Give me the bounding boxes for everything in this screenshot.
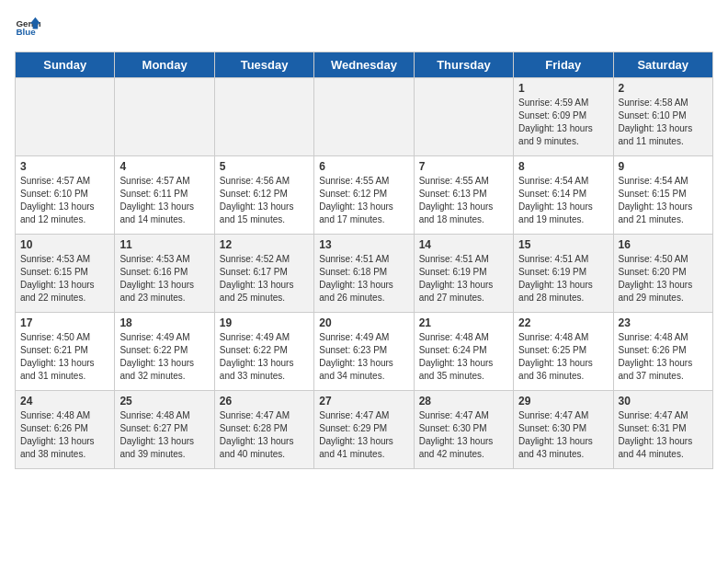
generalblue-icon: General Blue: [15, 15, 40, 40]
day-info: Sunrise: 4:57 AM Sunset: 6:10 PM Dayligh…: [20, 175, 109, 226]
day-cell: 9Sunrise: 4:54 AM Sunset: 6:15 PM Daylig…: [613, 156, 712, 235]
day-number: 25: [119, 395, 209, 408]
day-info: Sunrise: 4:50 AM Sunset: 6:21 PM Dayligh…: [20, 331, 109, 383]
day-info: Sunrise: 4:48 AM Sunset: 6:27 PM Dayligh…: [119, 409, 209, 461]
day-info: Sunrise: 4:47 AM Sunset: 6:30 PM Dayligh…: [419, 409, 508, 461]
col-thursday: Thursday: [414, 52, 513, 78]
day-number: 9: [619, 160, 708, 173]
day-number: 27: [319, 395, 408, 408]
day-cell: [314, 78, 414, 156]
day-number: 11: [119, 238, 209, 251]
day-cell: 8Sunrise: 4:54 AM Sunset: 6:14 PM Daylig…: [514, 156, 613, 235]
day-number: 23: [619, 316, 708, 329]
calendar-table: Sunday Monday Tuesday Wednesday Thursday…: [15, 52, 713, 469]
day-cell: 28Sunrise: 4:47 AM Sunset: 6:30 PM Dayli…: [414, 391, 513, 469]
day-number: 6: [319, 160, 408, 173]
day-info: Sunrise: 4:47 AM Sunset: 6:28 PM Dayligh…: [220, 409, 309, 461]
day-cell: 11Sunrise: 4:53 AM Sunset: 6:16 PM Dayli…: [115, 235, 214, 313]
day-info: Sunrise: 4:47 AM Sunset: 6:29 PM Dayligh…: [319, 409, 408, 461]
col-tuesday: Tuesday: [214, 52, 313, 78]
week-row-2: 3Sunrise: 4:57 AM Sunset: 6:10 PM Daylig…: [16, 156, 713, 235]
day-number: 8: [518, 160, 608, 173]
day-info: Sunrise: 4:50 AM Sunset: 6:20 PM Dayligh…: [619, 253, 708, 304]
col-sunday: Sunday: [16, 52, 115, 78]
day-cell: [16, 78, 115, 156]
day-cell: 30Sunrise: 4:47 AM Sunset: 6:31 PM Dayli…: [613, 391, 712, 469]
day-info: Sunrise: 4:49 AM Sunset: 6:22 PM Dayligh…: [220, 331, 309, 383]
day-info: Sunrise: 4:58 AM Sunset: 6:10 PM Dayligh…: [619, 97, 708, 148]
week-row-1: 1Sunrise: 4:59 AM Sunset: 6:09 PM Daylig…: [16, 78, 713, 156]
day-number: 14: [419, 238, 508, 251]
day-info: Sunrise: 4:56 AM Sunset: 6:12 PM Dayligh…: [220, 175, 309, 226]
day-number: 12: [220, 238, 309, 251]
header: General Blue: [15, 15, 713, 40]
day-info: Sunrise: 4:51 AM Sunset: 6:19 PM Dayligh…: [518, 253, 608, 304]
day-info: Sunrise: 4:48 AM Sunset: 6:26 PM Dayligh…: [20, 409, 109, 461]
day-number: 4: [119, 160, 209, 173]
logo: General Blue: [15, 15, 40, 40]
day-cell: 16Sunrise: 4:50 AM Sunset: 6:20 PM Dayli…: [613, 235, 712, 313]
day-info: Sunrise: 4:49 AM Sunset: 6:22 PM Dayligh…: [119, 331, 209, 383]
day-cell: 20Sunrise: 4:49 AM Sunset: 6:23 PM Dayli…: [314, 313, 414, 391]
day-cell: [414, 78, 513, 156]
day-cell: [115, 78, 214, 156]
day-number: 29: [518, 395, 608, 408]
day-number: 26: [220, 395, 309, 408]
day-cell: 19Sunrise: 4:49 AM Sunset: 6:22 PM Dayli…: [214, 313, 313, 391]
day-cell: 18Sunrise: 4:49 AM Sunset: 6:22 PM Dayli…: [115, 313, 214, 391]
day-info: Sunrise: 4:57 AM Sunset: 6:11 PM Dayligh…: [119, 175, 209, 226]
day-number: 28: [419, 395, 508, 408]
day-cell: 5Sunrise: 4:56 AM Sunset: 6:12 PM Daylig…: [214, 156, 313, 235]
day-number: 20: [319, 316, 408, 329]
day-cell: 23Sunrise: 4:48 AM Sunset: 6:26 PM Dayli…: [613, 313, 712, 391]
day-cell: 21Sunrise: 4:48 AM Sunset: 6:24 PM Dayli…: [414, 313, 513, 391]
week-row-3: 10Sunrise: 4:53 AM Sunset: 6:15 PM Dayli…: [16, 235, 713, 313]
day-info: Sunrise: 4:47 AM Sunset: 6:30 PM Dayligh…: [518, 409, 608, 461]
day-cell: 2Sunrise: 4:58 AM Sunset: 6:10 PM Daylig…: [613, 78, 712, 156]
day-number: 15: [518, 238, 608, 251]
day-cell: 12Sunrise: 4:52 AM Sunset: 6:17 PM Dayli…: [214, 235, 313, 313]
day-cell: 4Sunrise: 4:57 AM Sunset: 6:11 PM Daylig…: [115, 156, 214, 235]
day-number: 1: [518, 82, 608, 95]
day-cell: 25Sunrise: 4:48 AM Sunset: 6:27 PM Dayli…: [115, 391, 214, 469]
day-cell: 10Sunrise: 4:53 AM Sunset: 6:15 PM Dayli…: [16, 235, 115, 313]
day-info: Sunrise: 4:54 AM Sunset: 6:15 PM Dayligh…: [619, 175, 708, 226]
day-number: 10: [20, 238, 109, 251]
day-info: Sunrise: 4:48 AM Sunset: 6:24 PM Dayligh…: [419, 331, 508, 383]
day-info: Sunrise: 4:47 AM Sunset: 6:31 PM Dayligh…: [619, 409, 708, 461]
col-friday: Friday: [514, 52, 613, 78]
calendar-body: 1Sunrise: 4:59 AM Sunset: 6:09 PM Daylig…: [16, 78, 713, 469]
calendar-header-row: Sunday Monday Tuesday Wednesday Thursday…: [16, 52, 713, 78]
day-cell: 7Sunrise: 4:55 AM Sunset: 6:13 PM Daylig…: [414, 156, 513, 235]
day-number: 22: [518, 316, 608, 329]
day-info: Sunrise: 4:55 AM Sunset: 6:13 PM Dayligh…: [419, 175, 508, 226]
col-saturday: Saturday: [613, 52, 712, 78]
day-cell: 15Sunrise: 4:51 AM Sunset: 6:19 PM Dayli…: [514, 235, 613, 313]
day-info: Sunrise: 4:53 AM Sunset: 6:16 PM Dayligh…: [119, 253, 209, 304]
day-number: 21: [419, 316, 508, 329]
day-info: Sunrise: 4:54 AM Sunset: 6:14 PM Dayligh…: [518, 175, 608, 226]
day-cell: 17Sunrise: 4:50 AM Sunset: 6:21 PM Dayli…: [16, 313, 115, 391]
day-cell: [214, 78, 313, 156]
day-number: 17: [20, 316, 109, 329]
day-number: 30: [619, 395, 708, 408]
day-info: Sunrise: 4:51 AM Sunset: 6:19 PM Dayligh…: [419, 253, 508, 304]
day-number: 5: [220, 160, 309, 173]
day-info: Sunrise: 4:59 AM Sunset: 6:09 PM Dayligh…: [518, 97, 608, 148]
day-number: 19: [220, 316, 309, 329]
col-monday: Monday: [115, 52, 214, 78]
day-cell: 13Sunrise: 4:51 AM Sunset: 6:18 PM Dayli…: [314, 235, 414, 313]
week-row-4: 17Sunrise: 4:50 AM Sunset: 6:21 PM Dayli…: [16, 313, 713, 391]
day-number: 2: [619, 82, 708, 95]
col-wednesday: Wednesday: [314, 52, 414, 78]
day-cell: 24Sunrise: 4:48 AM Sunset: 6:26 PM Dayli…: [16, 391, 115, 469]
day-cell: 6Sunrise: 4:55 AM Sunset: 6:12 PM Daylig…: [314, 156, 414, 235]
day-cell: 3Sunrise: 4:57 AM Sunset: 6:10 PM Daylig…: [16, 156, 115, 235]
day-number: 13: [319, 238, 408, 251]
day-info: Sunrise: 4:51 AM Sunset: 6:18 PM Dayligh…: [319, 253, 408, 304]
week-row-5: 24Sunrise: 4:48 AM Sunset: 6:26 PM Dayli…: [16, 391, 713, 469]
day-info: Sunrise: 4:52 AM Sunset: 6:17 PM Dayligh…: [220, 253, 309, 304]
day-info: Sunrise: 4:48 AM Sunset: 6:26 PM Dayligh…: [619, 331, 708, 383]
day-info: Sunrise: 4:53 AM Sunset: 6:15 PM Dayligh…: [20, 253, 109, 304]
day-number: 24: [20, 395, 109, 408]
